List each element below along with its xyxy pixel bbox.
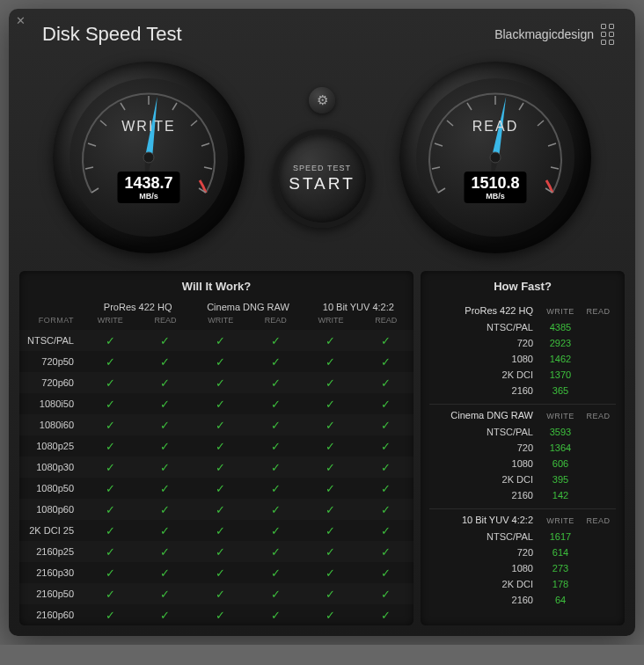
hf-write-value: 2923 (540, 338, 581, 348)
svg-line-22 (548, 143, 556, 146)
check-icon: ✓ (304, 355, 359, 369)
check-icon: ✓ (193, 440, 248, 453)
center-controls: ⚙ SPEED TEST START (273, 87, 371, 228)
svg-line-20 (519, 103, 523, 110)
svg-line-15 (432, 167, 440, 169)
hf-write-value: 142 (540, 490, 581, 501)
check-icon: ✓ (248, 566, 304, 580)
hf-write-label: WRITE (540, 412, 581, 420)
check-icon: ✓ (248, 461, 304, 474)
hf-codec-name: ProRes 422 HQ (429, 305, 540, 316)
hf-row: 216064 (429, 592, 616, 608)
hf-res: 720 (429, 442, 540, 453)
wiw-codec-1: Cinema DNG RAW (193, 300, 303, 314)
check-icon: ✓ (138, 609, 194, 622)
hf-row: 10801462 (429, 351, 616, 367)
read-gauge-label: READ (472, 119, 518, 135)
hf-res: 2160 (429, 490, 540, 501)
start-button[interactable]: SPEED TEST START (273, 129, 371, 228)
table-row: 2160p30✓✓✓✓✓✓ (19, 562, 413, 583)
svg-line-23 (551, 167, 559, 169)
format-label: NTSC/PAL (19, 335, 83, 346)
check-icon: ✓ (248, 440, 304, 453)
check-icon: ✓ (138, 566, 194, 580)
brand-dots-icon (601, 24, 614, 45)
check-icon: ✓ (248, 376, 304, 390)
hf-res: 720 (429, 338, 540, 348)
hf-write-value: 1364 (540, 442, 581, 453)
will-it-work-panel: Will It Work? ProRes 422 HQ Cinema DNG R… (19, 271, 413, 625)
hf-group: ProRes 422 HQWRITEREADNTSC/PAL4385720292… (421, 300, 625, 404)
table-row: 2160p60✓✓✓✓✓✓ (19, 604, 413, 625)
check-icon: ✓ (358, 440, 413, 453)
format-label: 1080i50 (19, 398, 83, 409)
format-label: 1080p60 (19, 504, 83, 515)
hf-write-value: 273 (540, 563, 581, 574)
hf-write-value: 3593 (540, 427, 581, 437)
hf-row: 2160142 (429, 487, 616, 503)
format-label: 1080p50 (19, 483, 83, 493)
check-icon: ✓ (83, 376, 138, 390)
check-icon: ✓ (83, 461, 138, 474)
check-icon: ✓ (304, 376, 359, 390)
read-gauge: READ 1510.8 MB/s (399, 62, 591, 253)
hf-row: 2K DCI178 (429, 576, 616, 592)
format-label: 2160p30 (19, 567, 83, 578)
read-speed-unit: MB/s (471, 192, 519, 201)
check-icon: ✓ (358, 609, 413, 622)
table-row: 1080p30✓✓✓✓✓✓ (19, 457, 413, 478)
svg-line-3 (100, 121, 106, 126)
check-icon: ✓ (304, 609, 359, 622)
hf-codec-name: Cinema DNG RAW (429, 410, 540, 420)
format-label: 720p60 (19, 377, 83, 388)
check-icon: ✓ (248, 419, 304, 432)
hf-group: 10 Bit YUV 4:2:2WRITEREADNTSC/PAL1617720… (421, 508, 625, 613)
hf-write-label: WRITE (540, 516, 581, 525)
table-row: 1080i60✓✓✓✓✓✓ (19, 414, 413, 435)
check-icon: ✓ (138, 588, 194, 601)
check-icon: ✓ (358, 482, 413, 495)
settings-button[interactable]: ⚙ (309, 87, 335, 113)
check-icon: ✓ (248, 398, 304, 411)
check-icon: ✓ (304, 334, 359, 347)
hf-res: 2160 (429, 595, 540, 605)
hf-row: 7202923 (429, 335, 616, 351)
check-icon: ✓ (138, 461, 194, 474)
check-icon: ✓ (83, 482, 138, 495)
check-icon: ✓ (193, 588, 248, 601)
check-icon: ✓ (358, 566, 413, 580)
write-speed-value: 1438.7 (124, 174, 172, 193)
gear-icon: ⚙ (317, 92, 328, 108)
hf-write-label: WRITE (540, 307, 581, 316)
check-icon: ✓ (83, 398, 138, 411)
close-icon[interactable]: ✕ (16, 14, 28, 26)
hf-row: 7201364 (429, 440, 616, 456)
svg-line-8 (201, 143, 209, 146)
wiw-codec-0: ProRes 422 HQ (83, 300, 193, 314)
write-speed-unit: MB/s (124, 192, 172, 201)
hf-read-label: READ (581, 516, 616, 525)
table-row: 720p50✓✓✓✓✓✓ (19, 351, 413, 372)
hf-group-header: Cinema DNG RAWWRITEREAD (429, 404, 616, 424)
read-gauge-readout: 1510.8 MB/s (464, 172, 526, 203)
wiw-rows: NTSC/PAL✓✓✓✓✓✓720p50✓✓✓✓✓✓720p60✓✓✓✓✓✓10… (19, 330, 413, 625)
svg-line-21 (538, 121, 544, 126)
page-title: Disk Speed Test (42, 23, 182, 46)
svg-line-2 (88, 143, 96, 146)
check-icon: ✓ (304, 545, 359, 559)
check-icon: ✓ (248, 482, 304, 495)
hf-res: NTSC/PAL (429, 427, 540, 437)
check-icon: ✓ (83, 355, 138, 369)
write-gauge-readout: 1438.7 MB/s (117, 172, 179, 203)
check-icon: ✓ (138, 545, 194, 559)
check-icon: ✓ (193, 355, 248, 369)
hf-row: 2K DCI1370 (429, 367, 616, 383)
check-icon: ✓ (358, 334, 413, 347)
check-icon: ✓ (193, 334, 248, 347)
wiw-format-label: FORMAT (19, 316, 83, 325)
hf-write-value: 614 (540, 547, 581, 558)
hf-codec-name: 10 Bit YUV 4:2:2 (429, 515, 540, 525)
hf-res: 1080 (429, 458, 540, 469)
check-icon: ✓ (83, 524, 138, 537)
hf-group-header: 10 Bit YUV 4:2:2WRITEREAD (429, 508, 616, 529)
